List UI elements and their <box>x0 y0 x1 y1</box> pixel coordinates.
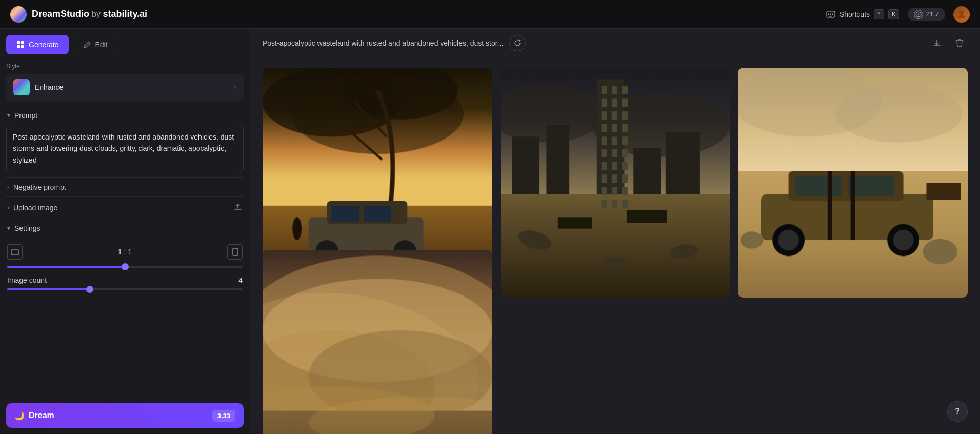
chevron-right-icon: › <box>234 83 236 91</box>
content-header: Post-apocalyptic wasteland with rusted a… <box>250 29 980 57</box>
edit-tab[interactable]: Edit <box>73 35 118 54</box>
image-count-row: Image count 4 <box>7 276 243 284</box>
image-card-2[interactable] <box>501 68 730 298</box>
content-area: Post-apocalyptic wasteland with rusted a… <box>250 29 980 434</box>
svg-rect-12 <box>17 45 20 48</box>
dream-button[interactable]: 🌙 Dream 3.33 <box>6 403 244 428</box>
style-name: Enhance <box>35 83 63 91</box>
topbar-left: DreamStudio by stability.ai <box>10 6 147 23</box>
chevron-down-icon-settings: ▾ <box>7 225 10 232</box>
upload-row[interactable]: › Upload image <box>6 196 244 219</box>
image-grid <box>250 57 980 434</box>
help-button[interactable]: ? <box>947 401 968 422</box>
svg-rect-15 <box>233 248 238 255</box>
shortcuts-button[interactable]: Shortcuts ^ K <box>826 9 899 19</box>
upload-icon <box>233 202 243 213</box>
svg-rect-11 <box>21 41 24 44</box>
kbd2: K <box>888 9 899 19</box>
refresh-button[interactable] <box>509 35 526 51</box>
trash-icon <box>955 38 964 48</box>
image-count-slider[interactable] <box>7 288 243 290</box>
edit-label: Edit <box>95 41 107 49</box>
svg-point-9 <box>959 11 964 15</box>
delete-button[interactable] <box>951 35 968 51</box>
style-row[interactable]: Enhance › <box>6 74 244 101</box>
svg-rect-14 <box>11 250 18 255</box>
moon-icon: 🌙 <box>14 411 25 421</box>
edit-icon <box>84 41 91 48</box>
chevron-right-icon-upload: › <box>7 204 9 211</box>
aspect-ratio-row: 1 : 1 <box>7 244 243 260</box>
svg-rect-2 <box>830 13 831 14</box>
grid-icon <box>16 41 25 49</box>
download-icon <box>932 38 942 48</box>
shortcuts-label: Shortcuts <box>839 10 870 18</box>
prompt-section-label: Prompt <box>14 111 37 120</box>
negative-prompt-row[interactable]: › Negative prompt <box>6 177 244 196</box>
generate-label: Generate <box>29 41 58 49</box>
topbar: DreamStudio by stability.ai Shortcuts ^ … <box>0 0 980 29</box>
image-card-4[interactable] <box>263 250 492 434</box>
svg-rect-6 <box>832 14 833 15</box>
sidebar-footer: 🌙 Dream 3.33 <box>0 397 250 434</box>
kbd1: ^ <box>874 9 884 19</box>
credits-value: 21.7 <box>926 10 939 18</box>
style-thumbnail <box>13 79 30 95</box>
negative-prompt-label: Negative prompt <box>13 183 66 191</box>
image-card-3[interactable] <box>738 68 968 298</box>
chevron-down-icon: ▾ <box>7 112 10 119</box>
sidebar-content: Style Enhance › ▾ Prompt Post-apocalypti… <box>0 54 250 397</box>
credits-badge: 21.7 <box>908 8 945 21</box>
settings-row[interactable]: ▾ Settings <box>6 219 244 238</box>
prompt-section-row[interactable]: ▾ Prompt <box>6 106 244 125</box>
mode-tabs: Generate Edit <box>0 29 250 54</box>
upload-label: Upload image <box>13 204 57 212</box>
style-section-label: Style <box>6 63 244 70</box>
svg-rect-10 <box>17 41 20 44</box>
content-prompt-title: Post-apocalyptic wasteland with rusted a… <box>263 39 503 47</box>
chevron-right-icon-neg: › <box>7 184 9 191</box>
dream-cost: 3.33 <box>212 410 235 422</box>
svg-rect-3 <box>832 13 833 14</box>
avatar[interactable] <box>953 6 970 23</box>
svg-rect-13 <box>21 45 24 48</box>
refresh-icon <box>513 39 522 47</box>
sidebar: Generate Edit Style Enhance › <box>0 29 250 434</box>
logo-icon <box>10 6 27 23</box>
prompt-text[interactable]: Post-apocalyptic wasteland with rusted a… <box>6 125 244 172</box>
aspect-ratio-value: 1 : 1 <box>23 248 227 256</box>
topbar-right: Shortcuts ^ K 21.7 <box>826 6 970 23</box>
main-layout: Generate Edit Style Enhance › <box>0 29 980 434</box>
settings-content: 1 : 1 Image count <box>6 238 244 305</box>
dream-label: Dream <box>29 411 54 420</box>
image-count-value: 4 <box>238 276 243 284</box>
aspect-ratio-slider[interactable] <box>7 266 243 268</box>
settings-label: Settings <box>14 224 41 232</box>
download-button[interactable] <box>929 35 945 51</box>
generate-tab[interactable]: Generate <box>6 35 69 54</box>
svg-rect-4 <box>828 14 829 15</box>
svg-rect-1 <box>828 13 829 14</box>
app-title: DreamStudio by stability.ai <box>32 9 147 19</box>
portrait-aspect-icon[interactable] <box>227 244 243 260</box>
credits-icon <box>914 10 923 19</box>
svg-rect-7 <box>829 16 832 17</box>
svg-rect-5 <box>830 14 831 15</box>
landscape-aspect-icon[interactable] <box>7 244 23 260</box>
keyboard-icon <box>826 11 835 18</box>
image-count-label: Image count <box>7 276 47 284</box>
